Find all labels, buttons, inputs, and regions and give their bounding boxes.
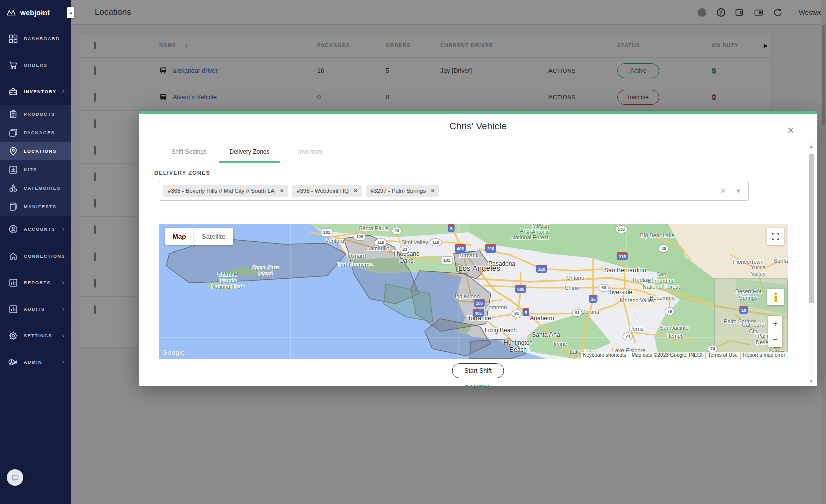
satellite-view-button[interactable]: Satellite — [193, 228, 233, 245]
categories-icon — [8, 183, 18, 193]
delivery-zones-label: DELIVERY ZONES — [154, 170, 210, 176]
sidebar-item-kits[interactable]: KITS — [0, 160, 71, 179]
sidebar-item-label: AUDITS — [24, 307, 45, 312]
chevron-down-icon: ∨ — [62, 307, 65, 311]
sidebar-item-label: CATEGORIES — [24, 186, 61, 191]
chevron-up-icon: ∧ — [62, 89, 65, 94]
sidebar-item-packages[interactable]: PACKAGES — [0, 123, 71, 142]
reports-icon — [8, 278, 18, 288]
dashboard-icon — [8, 34, 18, 44]
accounts-icon — [8, 224, 18, 234]
sidebar-item-orders[interactable]: ORDERS — [0, 52, 71, 78]
keyboard-shortcuts-link[interactable]: Keyboard shortcuts — [581, 352, 629, 359]
sidebar-item-label: MANIFESTS — [24, 204, 57, 209]
zoom-in-button[interactable]: + — [768, 316, 782, 332]
map-attribution: Keyboard shortcuts Map data ©2023 Google… — [581, 352, 788, 359]
zone-chip[interactable]: #3297 - Palm Springs✕ — [366, 185, 439, 197]
zone-chip[interactable]: #398 - WebJoint HQ✕ — [292, 185, 362, 197]
remove-zone-icon[interactable]: ✕ — [431, 188, 435, 193]
sidebar-item-label: LOCATIONS — [24, 149, 57, 154]
delivery-zones-select[interactable]: #368 - Beverly Hills // Mid City // Sout… — [159, 181, 749, 201]
sidebar-item-manifests[interactable]: MANIFESTS — [0, 197, 71, 216]
sidebar-item-label: REPORTS — [24, 280, 51, 285]
sidebar-item-label: CONNECTIONS — [24, 254, 65, 259]
sidebar-item-label: INVENTORY — [24, 89, 57, 94]
clear-zones-icon[interactable]: ✕ — [720, 186, 726, 195]
fullscreen-icon[interactable] — [767, 228, 784, 245]
packages-icon — [8, 128, 18, 138]
map-type-control: Map Satellite — [165, 228, 233, 245]
settings-icon — [8, 331, 18, 341]
zone-chip-label: #3297 - Palm Springs — [371, 188, 426, 194]
cancel-button[interactable]: CANCEL — [464, 384, 492, 386]
zoom-out-button[interactable]: − — [768, 332, 782, 348]
brand-name: webjoint — [20, 9, 50, 17]
map-view-button[interactable]: Map — [165, 228, 193, 245]
scroll-up-icon[interactable]: ▲ — [808, 144, 814, 149]
remove-zone-icon[interactable]: ✕ — [354, 188, 358, 193]
admin-icon — [8, 357, 18, 367]
tab-delivery-zones[interactable]: Delivery Zones — [219, 143, 280, 163]
modal-scrollbar-thumb[interactable] — [809, 154, 814, 303]
report-error-link[interactable]: Report a map error — [741, 352, 788, 359]
sidebar-collapse-button[interactable]: ◂ — [67, 7, 74, 18]
map-graphics — [159, 224, 788, 359]
google-logo[interactable]: Google — [162, 349, 185, 356]
sidebar-item-categories[interactable]: CATEGORIES — [0, 179, 71, 197]
chevron-down-icon[interactable]: ▼ — [736, 188, 741, 194]
chevron-down-icon: ∨ — [62, 280, 65, 285]
start-shift-button[interactable]: Start Shift — [452, 363, 504, 378]
modal-tabs: Shift SettingsDelivery ZonesInventory — [159, 143, 341, 163]
products-icon — [8, 109, 18, 119]
connections-icon — [8, 251, 18, 261]
sidebar-item-connections[interactable]: CONNECTIONS — [0, 242, 71, 269]
chevron-down-icon: ∨ — [62, 227, 65, 231]
remove-zone-icon[interactable]: ✕ — [280, 188, 284, 193]
map-data-label: Map data ©2023 Google, INEGI — [629, 352, 705, 359]
audits-icon — [8, 304, 18, 314]
map-canvas[interactable]: Santa PaulaVenturaCamarilloOxnardPort Hu… — [159, 224, 788, 359]
sidebar: webjoint DASHBOARDORDERSINVENTORY∧PRODUC… — [0, 0, 71, 504]
sidebar-item-label: ADMIN — [24, 360, 42, 365]
zoom-control: + − — [768, 316, 782, 347]
tab-inventory[interactable]: Inventory — [280, 143, 341, 163]
webjoint-logo-icon — [6, 8, 16, 18]
sidebar-item-label: ORDERS — [24, 63, 48, 68]
sidebar-item-label: KITS — [24, 167, 37, 172]
zone-chip-label: #368 - Beverly Hills // Mid City // Sout… — [168, 188, 274, 194]
modal-scrollbar[interactable]: ▲ ▼ — [808, 142, 814, 386]
sidebar-item-products[interactable]: PRODUCTS — [0, 105, 71, 123]
sidebar-item-audits[interactable]: AUDITS∨ — [0, 296, 71, 322]
terms-link[interactable]: Terms of Use — [706, 352, 740, 359]
sidebar-item-label: SETTINGS — [24, 333, 52, 338]
zone-chip[interactable]: #368 - Beverly Hills // Mid City // Sout… — [163, 185, 288, 197]
sidebar-item-inventory[interactable]: INVENTORY∧ — [0, 78, 71, 105]
sidebar-item-label: PRODUCTS — [24, 112, 55, 117]
app-root: webjoint DASHBOARDORDERSINVENTORY∧PRODUC… — [0, 0, 826, 504]
close-icon[interactable]: × — [787, 124, 794, 136]
brand[interactable]: webjoint — [0, 0, 71, 25]
orders-icon — [8, 60, 18, 70]
chevron-down-icon: ∨ — [62, 333, 65, 338]
inventory-icon — [8, 87, 18, 97]
zone-chip-label: #398 - WebJoint HQ — [297, 188, 349, 194]
chevron-down-icon: ∨ — [62, 360, 65, 364]
chat-launcher-button[interactable] — [7, 469, 23, 486]
vehicle-modal: × Chris' Vehicle Shift SettingsDelivery … — [139, 111, 817, 386]
tab-shift-settings[interactable]: Shift Settings — [159, 143, 219, 163]
manifests-icon — [8, 202, 18, 212]
sidebar-item-admin[interactable]: ADMIN∨ — [0, 349, 71, 375]
sidebar-nav: DASHBOARDORDERSINVENTORY∧PRODUCTSPACKAGE… — [0, 25, 71, 375]
kits-icon — [8, 165, 18, 175]
modal-title: Chris' Vehicle — [139, 121, 817, 132]
sidebar-item-reports[interactable]: REPORTS∨ — [0, 269, 71, 296]
sidebar-item-dashboard[interactable]: DASHBOARD — [0, 25, 71, 52]
sidebar-item-locations[interactable]: LOCATIONS — [0, 142, 71, 160]
sidebar-item-accounts[interactable]: ACCOUNTS∨ — [0, 216, 71, 242]
sidebar-item-label: PACKAGES — [24, 130, 55, 135]
pegman-icon[interactable] — [767, 289, 784, 305]
locations-icon — [8, 146, 18, 156]
sidebar-item-settings[interactable]: SETTINGS∨ — [0, 322, 71, 349]
scroll-down-icon[interactable]: ▼ — [808, 379, 814, 384]
sidebar-item-label: ACCOUNTS — [24, 227, 55, 232]
